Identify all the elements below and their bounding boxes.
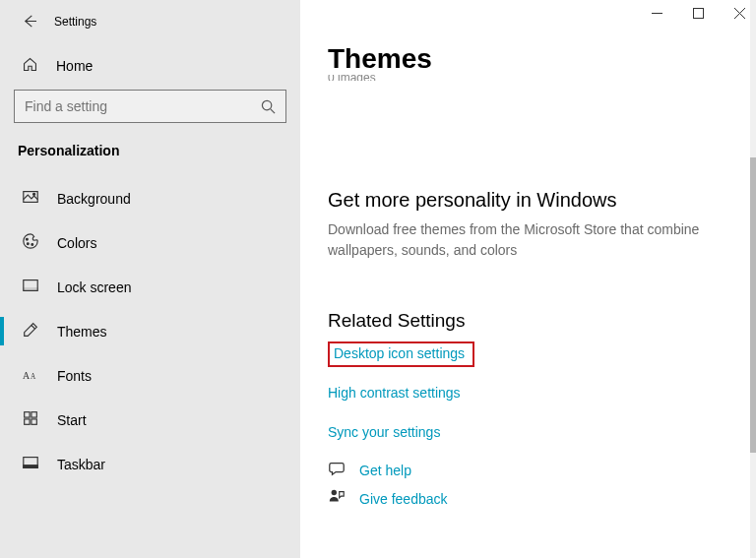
start-icon — [22, 409, 39, 430]
svg-point-17 — [332, 490, 337, 495]
svg-rect-13 — [32, 419, 36, 424]
svg-text:A: A — [23, 370, 31, 381]
personality-heading: Get more personality in Windows — [328, 189, 728, 212]
chat-icon — [328, 460, 346, 480]
close-button[interactable] — [732, 6, 746, 20]
svg-point-4 — [27, 243, 29, 245]
svg-rect-15 — [24, 465, 37, 468]
sidebar-item-colors[interactable]: Colors — [0, 220, 300, 265]
svg-rect-16 — [693, 8, 703, 18]
personality-desc: Download free themes from the Microsoft … — [328, 219, 714, 261]
taskbar-icon — [22, 454, 39, 474]
svg-rect-11 — [32, 412, 36, 417]
svg-rect-12 — [25, 419, 30, 424]
palette-icon — [22, 232, 39, 253]
link-sync[interactable]: Sync your settings — [328, 418, 440, 446]
lockscreen-icon — [22, 277, 39, 297]
sidebar-item-label: Fonts — [57, 368, 92, 384]
svg-rect-7 — [24, 288, 37, 291]
sidebar-item-label: Start — [57, 412, 87, 428]
sidebar-item-label: Background — [57, 191, 131, 207]
link-give-feedback[interactable]: Give feedback — [359, 491, 448, 507]
svg-rect-10 — [25, 412, 30, 417]
search-box[interactable] — [14, 90, 286, 123]
minimize-button[interactable] — [650, 6, 663, 20]
home-nav[interactable]: Home — [0, 46, 300, 86]
scrollbar-thumb[interactable] — [750, 157, 756, 453]
sidebar: Settings Home Personalization Backgro — [0, 0, 300, 558]
svg-point-5 — [32, 244, 33, 246]
scrollbar[interactable] — [750, 0, 756, 558]
content-area: Themes 0 images Get more personality in … — [300, 0, 756, 558]
sidebar-item-label: Themes — [57, 324, 107, 340]
highlight-box: Desktop icon settings — [328, 341, 474, 367]
maximize-button[interactable] — [691, 6, 705, 20]
link-get-help[interactable]: Get help — [359, 463, 411, 478]
home-label: Home — [56, 58, 93, 74]
sidebar-item-taskbar[interactable]: Taskbar — [0, 442, 300, 486]
sidebar-item-fonts[interactable]: AA Fonts — [0, 353, 300, 398]
feedback-icon — [328, 488, 346, 509]
fonts-icon: AA — [22, 365, 39, 386]
sidebar-item-label: Taskbar — [57, 457, 105, 472]
search-input[interactable] — [25, 98, 261, 114]
svg-text:A: A — [31, 373, 36, 381]
sidebar-item-start[interactable]: Start — [0, 398, 300, 442]
svg-point-0 — [262, 100, 271, 109]
svg-point-2 — [33, 193, 35, 195]
window-title: Settings — [54, 15, 96, 29]
sidebar-item-themes[interactable]: Themes — [0, 309, 300, 353]
clipped-subtext: 0 images — [328, 75, 728, 81]
search-icon — [261, 99, 276, 114]
link-desktop-icons[interactable]: Desktop icon settings — [334, 345, 465, 361]
section-label: Personalization — [0, 139, 300, 176]
related-heading: Related Settings — [328, 310, 728, 332]
back-icon[interactable] — [22, 14, 36, 29]
svg-point-3 — [27, 238, 29, 240]
link-high-contrast[interactable]: High contrast settings — [328, 379, 461, 406]
home-icon — [22, 56, 38, 76]
sidebar-item-lockscreen[interactable]: Lock screen — [0, 265, 300, 309]
sidebar-item-label: Colors — [57, 235, 96, 251]
nav-list: Background Colors Lock screen Themes — [0, 176, 300, 486]
sidebar-item-background[interactable]: Background — [0, 176, 300, 220]
theme-icon — [22, 321, 39, 341]
picture-icon — [22, 188, 39, 209]
sidebar-item-label: Lock screen — [57, 279, 131, 295]
page-title: Themes — [328, 43, 728, 75]
